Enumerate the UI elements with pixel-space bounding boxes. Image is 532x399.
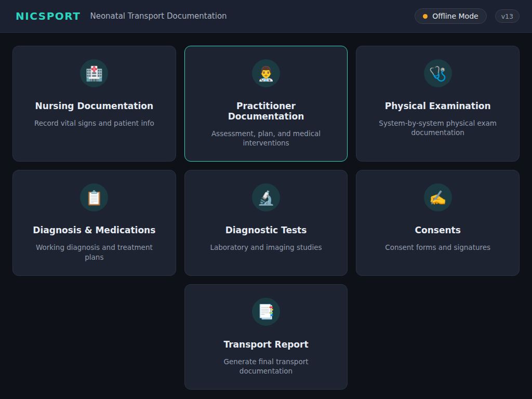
app-header: NICSPORT Neonatal Transport Documentatio… bbox=[0, 0, 532, 33]
module-card-grid: 🏥 Nursing Documentation Record vital sig… bbox=[0, 33, 532, 399]
offline-mode-label: Offline Mode bbox=[432, 12, 478, 20]
writing-hand-icon-glyph: ✍️ bbox=[429, 191, 447, 205]
offline-status-dot-icon bbox=[423, 14, 428, 19]
clipboard-icon-glyph: 📋 bbox=[85, 191, 103, 205]
card-title: Transport Report bbox=[197, 339, 335, 350]
clipboard-icon: 📋 bbox=[80, 183, 108, 211]
card-physical-examination[interactable]: 🩺 Physical Examination System-by-system … bbox=[356, 46, 520, 162]
card-subtitle: Laboratory and imaging studies bbox=[197, 243, 335, 252]
stethoscope-icon-glyph: 🩺 bbox=[429, 66, 447, 81]
writing-hand-icon: ✍️ bbox=[424, 183, 452, 211]
card-title: Consents bbox=[369, 225, 507, 235]
hospital-icon: 🏥 bbox=[80, 59, 108, 87]
card-transport-report[interactable]: 📑 Transport Report Generate final transp… bbox=[184, 284, 348, 390]
card-subtitle: Assessment, plan, and medical interventi… bbox=[197, 129, 335, 148]
card-practitioner-documentation[interactable]: 👨‍⚕️ Practitioner Documentation Assessme… bbox=[184, 46, 348, 162]
card-subtitle: Consent forms and signatures bbox=[369, 243, 507, 252]
card-subtitle: Generate final transport documentation bbox=[197, 357, 335, 376]
card-subtitle: Record vital signs and patient info bbox=[25, 118, 163, 128]
card-consents[interactable]: ✍️ Consents Consent forms and signatures bbox=[356, 170, 520, 275]
app-logo: NICSPORT bbox=[16, 10, 81, 22]
version-badge: v13 bbox=[495, 9, 520, 23]
document-tabs-icon-glyph: 📑 bbox=[257, 304, 275, 318]
microscope-icon-glyph: 🔬 bbox=[257, 191, 275, 205]
header-right: Offline Mode v13 bbox=[415, 8, 520, 24]
card-diagnostic-tests[interactable]: 🔬 Diagnostic Tests Laboratory and imagin… bbox=[184, 170, 348, 275]
offline-mode-badge: Offline Mode bbox=[415, 8, 487, 24]
card-title: Diagnostic Tests bbox=[197, 225, 335, 235]
card-title: Diagnosis & Medications bbox=[25, 225, 163, 235]
card-nursing-documentation[interactable]: 🏥 Nursing Documentation Record vital sig… bbox=[12, 46, 176, 162]
card-title: Physical Examination bbox=[369, 101, 507, 111]
doctor-icon-glyph: 👨‍⚕️ bbox=[257, 66, 275, 81]
card-subtitle: System-by-system physical exam documenta… bbox=[369, 118, 507, 137]
card-diagnosis-medications[interactable]: 📋 Diagnosis & Medications Working diagno… bbox=[12, 170, 176, 275]
stethoscope-icon: 🩺 bbox=[424, 59, 452, 87]
hospital-icon-glyph: 🏥 bbox=[85, 66, 103, 81]
microscope-icon: 🔬 bbox=[252, 183, 280, 211]
card-subtitle: Working diagnosis and treatment plans bbox=[25, 243, 163, 261]
card-title: Practitioner Documentation bbox=[197, 101, 335, 122]
card-title: Nursing Documentation bbox=[25, 101, 163, 111]
document-tabs-icon: 📑 bbox=[252, 298, 280, 326]
doctor-icon: 👨‍⚕️ bbox=[252, 59, 280, 87]
app-subtitle: Neonatal Transport Documentation bbox=[90, 11, 227, 21]
